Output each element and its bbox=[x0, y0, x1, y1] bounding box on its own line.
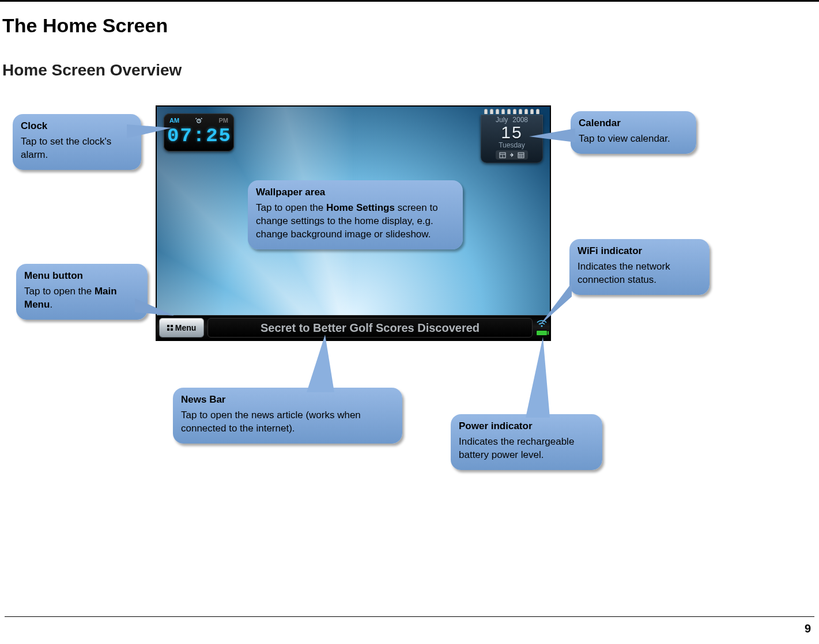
callout-news: News Bar Tap to open the news article (w… bbox=[173, 388, 402, 444]
calendar-spiral-icon bbox=[481, 109, 543, 115]
callout-clock-body: Tap to set the clock's alarm. bbox=[21, 136, 111, 160]
callout-menu: Menu button Tap to open the Main Menu. bbox=[16, 264, 148, 320]
callout-news-title: News Bar bbox=[181, 393, 394, 407]
callout-wallpaper: Wallpaper area Tap to open the Home Sett… bbox=[248, 180, 463, 249]
callout-wallpaper-body: Tap to open the Home Settings screen to … bbox=[256, 202, 438, 240]
calendar-day-name: Tuesday bbox=[483, 141, 541, 149]
callout-wifi: WiFi indicator Indicates the network con… bbox=[569, 239, 709, 295]
heading-level-2: Home Screen Overview bbox=[2, 61, 819, 79]
callout-clock: Clock Tap to set the clock's alarm. bbox=[13, 114, 141, 170]
calendar-widget[interactable]: July 2008 15 Tuesday 1 bbox=[481, 109, 543, 163]
alarm-icon bbox=[195, 117, 202, 124]
callout-wifi-title: WiFi indicator bbox=[578, 245, 701, 258]
status-indicators bbox=[534, 316, 550, 340]
callout-tail-icon bbox=[300, 335, 346, 392]
callout-clock-title: Clock bbox=[21, 120, 133, 133]
svg-line-1 bbox=[196, 118, 197, 119]
news-bar[interactable]: Secret to Better Golf Scores Discovered bbox=[207, 318, 533, 338]
page-number: 9 bbox=[805, 622, 811, 635]
clock-time: 07:25 bbox=[167, 125, 231, 147]
taskbar: Menu Secret to Better Golf Scores Discov… bbox=[157, 315, 550, 340]
callout-calendar: Calendar Tap to view calendar. bbox=[571, 111, 696, 154]
callout-power-title: Power indicator bbox=[459, 420, 594, 433]
svg-text:1: 1 bbox=[501, 154, 504, 158]
am-label: AM bbox=[169, 117, 179, 124]
svg-line-2 bbox=[201, 118, 202, 119]
svg-point-13 bbox=[541, 325, 543, 327]
menu-grid-icon bbox=[167, 325, 173, 331]
callout-news-body: Tap to open the news article (works when… bbox=[181, 410, 361, 434]
svg-rect-8 bbox=[518, 153, 524, 158]
callout-power: Power indicator Indicates the rechargeab… bbox=[451, 414, 602, 470]
svg-marker-19 bbox=[526, 337, 550, 418]
callout-calendar-title: Calendar bbox=[579, 117, 688, 130]
footer-rule bbox=[5, 616, 814, 617]
callout-power-body: Indicates the rechargeable battery power… bbox=[459, 436, 574, 460]
menu-button[interactable]: Menu bbox=[159, 318, 204, 338]
power-indicator-icon bbox=[536, 330, 548, 336]
callout-wallpaper-title: Wallpaper area bbox=[256, 186, 455, 199]
calendar-day-number: 15 bbox=[483, 124, 541, 141]
callout-menu-title: Menu button bbox=[24, 270, 139, 283]
callout-calendar-body: Tap to view calendar. bbox=[579, 133, 670, 144]
calendar-body: July 2008 15 Tuesday 1 bbox=[481, 115, 543, 163]
calendar-grid-icon bbox=[518, 151, 524, 158]
news-headline: Secret to Better Golf Scores Discovered bbox=[261, 321, 480, 335]
svg-marker-18 bbox=[307, 335, 334, 392]
pm-label: PM bbox=[218, 117, 228, 124]
calendar-page-icon: 1 bbox=[499, 151, 506, 158]
clock-ampm-row: AM PM bbox=[167, 116, 231, 125]
calendar-sync-icon[interactable]: 1 bbox=[496, 150, 528, 160]
document-page: The Home Screen Home Screen Overview AM … bbox=[0, 0, 819, 644]
callout-tail-icon bbox=[520, 337, 560, 418]
wifi-indicator-icon bbox=[536, 320, 548, 328]
callout-wifi-body: Indicates the network connection status. bbox=[578, 261, 670, 285]
callout-menu-body: Tap to open the Main Menu. bbox=[24, 286, 117, 310]
menu-button-label: Menu bbox=[175, 323, 197, 332]
arrow-right-icon bbox=[509, 153, 514, 157]
clock-widget[interactable]: AM PM 07:25 bbox=[164, 113, 234, 151]
heading-level-1: The Home Screen bbox=[2, 14, 819, 37]
